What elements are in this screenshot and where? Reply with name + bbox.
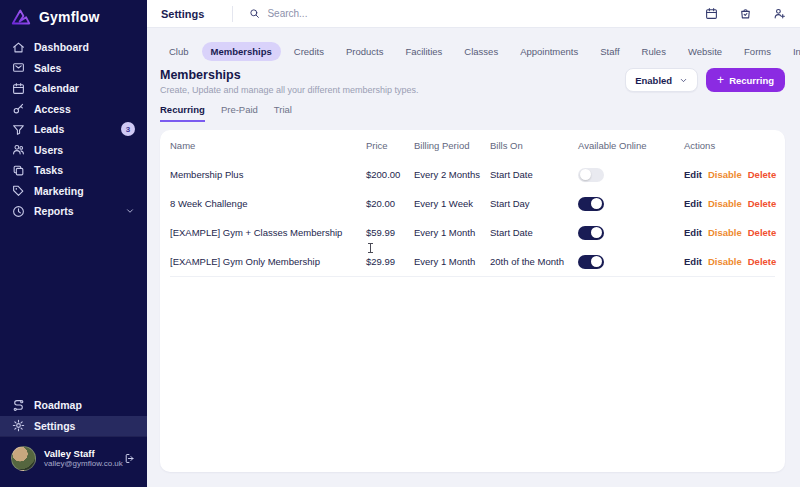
chevron-down-icon	[679, 76, 688, 85]
gymflow-logo-icon	[10, 7, 32, 27]
sidebar-footer: Roadmap Settings Valley Staff valley@gym…	[0, 395, 147, 487]
bills-on: 20th of the Month	[490, 256, 578, 267]
topbar-icons	[705, 7, 786, 20]
edit-link[interactable]: Edit	[684, 198, 702, 209]
sidebar-item-roadmap[interactable]: Roadmap	[0, 395, 147, 416]
bills-on: Start Date	[490, 227, 578, 238]
membership-name: 8 Week Challenge	[170, 198, 366, 209]
plus-icon: +	[717, 74, 724, 86]
tab-club[interactable]: Club	[160, 42, 198, 61]
edit-link[interactable]: Edit	[684, 256, 702, 267]
avatar	[11, 446, 36, 471]
sidebar-item-settings[interactable]: Settings	[0, 416, 147, 437]
reports-icon	[12, 205, 25, 218]
tab-classes[interactable]: Classes	[455, 42, 507, 61]
user-profile[interactable]: Valley Staff valley@gymflow.co.uk	[0, 436, 147, 483]
main-content: ClubMembershipsCreditsProductsFacilities…	[147, 28, 800, 487]
col-available-online: Available Online	[578, 140, 684, 151]
sidebar-item-leads[interactable]: Leads 3	[0, 119, 147, 140]
sidebar-item-calendar[interactable]: Calendar	[0, 78, 147, 99]
roadmap-icon	[12, 399, 25, 412]
available-online-toggle[interactable]	[578, 226, 604, 240]
sidebar-item-access[interactable]: Access	[0, 99, 147, 120]
membership-type-subtabs: RecurringPre-PaidTrial	[160, 104, 785, 122]
calendar-icon	[12, 82, 25, 95]
delete-link[interactable]: Delete	[748, 256, 777, 267]
tasks-icon	[12, 164, 25, 177]
disable-link[interactable]: Disable	[708, 198, 742, 209]
chevron-down-icon	[125, 206, 135, 216]
sidebar: Gymflow Dashboard Sales Calendar Access …	[0, 0, 147, 487]
app-name: Gymflow	[39, 9, 100, 25]
edit-link[interactable]: Edit	[684, 169, 702, 180]
sales-icon	[12, 61, 25, 74]
tab-credits[interactable]: Credits	[285, 42, 333, 61]
tab-rules[interactable]: Rules	[633, 42, 675, 61]
disable-link[interactable]: Disable	[708, 256, 742, 267]
table-row: [EXAMPLE] Gym + Classes Membership $59.9…	[170, 218, 775, 247]
search-bar[interactable]	[249, 8, 705, 19]
available-online-toggle[interactable]	[578, 168, 604, 182]
calendar-icon[interactable]	[705, 7, 718, 20]
sidebar-item-reports[interactable]: Reports	[0, 201, 147, 222]
shop-bag-check-icon[interactable]	[739, 7, 752, 20]
topbar: Settings	[147, 0, 800, 28]
tab-website[interactable]: Website	[679, 42, 731, 61]
membership-price: $29.99	[366, 256, 414, 267]
user-name: Valley Staff	[44, 448, 116, 460]
membership-name: Membership Plus	[170, 169, 366, 180]
edit-link[interactable]: Edit	[684, 227, 702, 238]
access-icon	[12, 102, 25, 115]
topbar-title: Settings	[161, 8, 204, 20]
page-subtitle: Create, Update and manage all your diffe…	[160, 85, 418, 95]
search-input[interactable]	[267, 8, 467, 19]
delete-link[interactable]: Delete	[748, 227, 777, 238]
tab-memberships[interactable]: Memberships	[202, 42, 281, 61]
membership-price: $200.00	[366, 169, 414, 180]
tab-forms[interactable]: Forms	[735, 42, 780, 61]
sidebar-item-dashboard[interactable]: Dashboard	[0, 37, 147, 58]
available-online-toggle[interactable]	[578, 197, 604, 211]
membership-name: [EXAMPLE] Gym + Classes Membership	[170, 227, 366, 238]
subtab-pre-paid[interactable]: Pre-Paid	[221, 104, 258, 122]
sidebar-item-users[interactable]: Users	[0, 140, 147, 161]
subtab-trial[interactable]: Trial	[274, 104, 292, 122]
marketing-icon	[12, 184, 25, 197]
sidebar-item-sales[interactable]: Sales	[0, 58, 147, 79]
logo: Gymflow	[0, 0, 147, 33]
subtab-recurring[interactable]: Recurring	[160, 104, 205, 122]
add-recurring-button[interactable]: + Recurring	[706, 68, 785, 92]
add-user-icon[interactable]	[773, 7, 786, 20]
disable-link[interactable]: Disable	[708, 169, 742, 180]
delete-link[interactable]: Delete	[748, 169, 777, 180]
page-title: Memberships	[160, 68, 418, 82]
tab-products[interactable]: Products	[337, 42, 393, 61]
sidebar-nav: Dashboard Sales Calendar Access Leads 3 …	[0, 37, 147, 222]
tab-appointments[interactable]: Appointments	[511, 42, 587, 61]
billing-period: Every 2 Months	[414, 169, 490, 180]
tab-facilities[interactable]: Facilities	[396, 42, 451, 61]
bills-on: Start Date	[490, 169, 578, 180]
bills-on: Start Day	[490, 198, 578, 209]
settings-icon	[12, 419, 25, 432]
tab-integrations[interactable]: Integrations	[784, 42, 800, 61]
search-icon	[249, 8, 260, 19]
available-online-toggle[interactable]	[578, 255, 604, 269]
enabled-filter-dropdown[interactable]: Enabled	[625, 68, 698, 92]
billing-period: Every 1 Month	[414, 256, 490, 267]
table-row: Membership Plus $200.00 Every 2 Months S…	[170, 160, 775, 189]
table-row: [EXAMPLE] Gym Only Membership $29.99 Eve…	[170, 247, 775, 276]
col-name: Name	[170, 140, 366, 151]
billing-period: Every 1 Month	[414, 227, 490, 238]
sidebar-item-tasks[interactable]: Tasks	[0, 160, 147, 181]
settings-tabs: ClubMembershipsCreditsProductsFacilities…	[160, 42, 785, 61]
tab-staff[interactable]: Staff	[591, 42, 628, 61]
memberships-table-card: Name Price Billing Period Bills On Avail…	[160, 130, 785, 472]
logout-icon[interactable]	[124, 452, 136, 465]
disable-link[interactable]: Disable	[708, 227, 742, 238]
page-header: Memberships Create, Update and manage al…	[160, 68, 785, 95]
membership-name: [EXAMPLE] Gym Only Membership	[170, 256, 366, 267]
delete-link[interactable]: Delete	[748, 198, 777, 209]
sidebar-item-marketing[interactable]: Marketing	[0, 181, 147, 202]
dashboard-icon	[12, 41, 25, 54]
